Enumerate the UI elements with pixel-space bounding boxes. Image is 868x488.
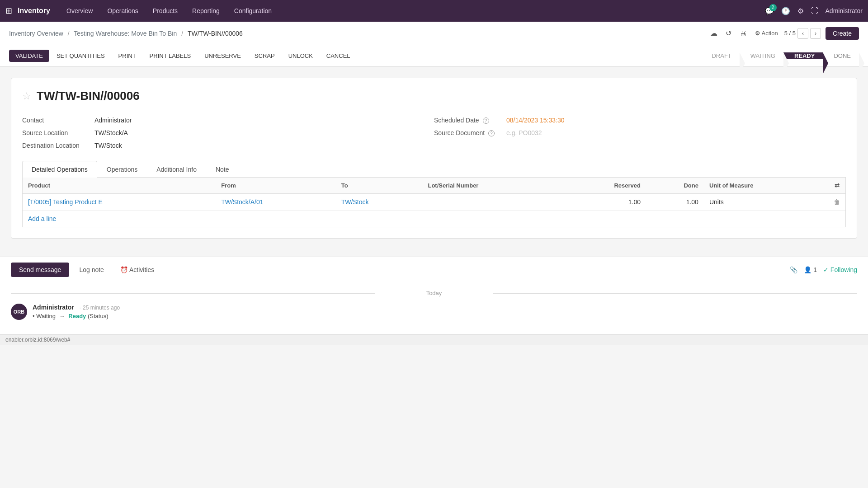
source-location-field: Source Location TW/Stock/A — [22, 127, 434, 139]
chatter-message: ORB Administrator - 25 minutes ago • Wai… — [11, 304, 857, 320]
breadcrumb-inventory[interactable]: Inventory Overview — [9, 30, 63, 37]
create-button[interactable]: Create — [826, 27, 859, 40]
scheduled-date-field: Scheduled Date ? 08/14/2023 15:33:30 — [434, 114, 846, 127]
status-draft: DRAFT — [703, 52, 739, 59]
send-message-button[interactable]: Send message — [11, 263, 69, 277]
print-labels-button[interactable]: PRINT LABELS — [143, 50, 198, 62]
messages-icon[interactable]: 💬 2 — [765, 7, 774, 15]
scrap-button[interactable]: SCRAP — [248, 50, 281, 62]
nav-reporting[interactable]: Reporting — [187, 7, 225, 14]
nav-products[interactable]: Products — [147, 7, 183, 14]
breadcrumb-sep-2: / — [181, 30, 183, 37]
status-bar: DRAFT WAITING READY DONE — [703, 45, 859, 67]
follower-info[interactable]: 👤 1 — [804, 266, 817, 273]
activities-button[interactable]: ⏰ Activities — [114, 263, 160, 277]
grid-icon[interactable]: ⊞ — [5, 6, 12, 16]
print-header-icon[interactable]: 🖨 — [738, 28, 749, 39]
to-link[interactable]: TW/Stock — [341, 198, 369, 206]
refresh-icon[interactable]: ↺ — [724, 27, 733, 39]
from-link[interactable]: TW/Stock/A/01 — [221, 198, 263, 206]
table-row: [T/0005] Testing Product E TW/Stock/A/01… — [23, 194, 845, 211]
set-quantities-button[interactable]: SET QUANTITIES — [50, 50, 111, 62]
tab-additional-info[interactable]: Additional Info — [147, 161, 206, 178]
add-line-button[interactable]: Add a line — [23, 211, 845, 227]
log-note-button[interactable]: Log note — [73, 263, 110, 277]
tab-detailed-operations[interactable]: Detailed Operations — [22, 161, 97, 178]
col-lot-serial: Lot/Serial Number — [422, 178, 561, 194]
status-field-label: (Status) — [88, 313, 108, 319]
destination-location-field: Destination Location TW/Stock — [22, 139, 434, 152]
toolbar: VALIDATE SET QUANTITIES PRINT PRINT LABE… — [0, 45, 868, 67]
admin-name[interactable]: Administrator — [826, 7, 863, 14]
breadcrumb-current: TW/TW-BIN//00006 — [188, 30, 243, 37]
col-settings-icon[interactable]: ⇄ — [828, 178, 845, 194]
today-divider: Today — [11, 290, 857, 296]
cell-to: TW/Stock — [336, 194, 423, 211]
chatter-bar: Send message Log note ⏰ Activities 📎 👤 1… — [0, 257, 868, 282]
clock-icon[interactable]: 🕐 — [781, 7, 790, 15]
attachment-icon[interactable]: 📎 — [790, 266, 797, 273]
cell-delete[interactable]: 🗑 — [828, 194, 845, 211]
product-link[interactable]: [T/0005] Testing Product E — [28, 198, 103, 206]
cancel-button[interactable]: CANCEL — [320, 50, 357, 62]
table-header-row: Product From To Lot/Serial Number Reserv… — [23, 178, 845, 194]
app-name[interactable]: Inventory — [18, 7, 50, 15]
action-icon[interactable]: ⚙ Action — [753, 28, 780, 38]
scheduled-date-value[interactable]: 08/14/2023 15:33:30 — [506, 117, 564, 124]
validate-button[interactable]: VALIDATE — [9, 50, 49, 62]
col-done: Done — [646, 178, 704, 194]
tabs: Detailed Operations Operations Additiona… — [22, 161, 846, 178]
col-unit: Unit of Measure — [704, 178, 828, 194]
scheduled-date-label: Scheduled Date ? — [434, 117, 506, 124]
activities-icon: ⏰ — [120, 266, 128, 273]
destination-location-label: Destination Location — [22, 142, 94, 149]
nav-arrows: 5 / 5 ‹ › — [784, 28, 821, 39]
record-name: TW/TW-BIN//00006 — [37, 89, 140, 103]
source-document-label: Source Document ? — [434, 129, 506, 136]
contact-value[interactable]: Administrator — [94, 117, 132, 124]
breadcrumb-warehouse[interactable]: Testing Warehouse: Move Bin To Bin — [74, 30, 177, 37]
prev-button[interactable]: ‹ — [797, 28, 808, 39]
cell-from: TW/Stock/A/01 — [216, 194, 336, 211]
next-button[interactable]: › — [810, 28, 821, 39]
tab-operations[interactable]: Operations — [97, 161, 147, 178]
top-navigation: ⊞ Inventory Overview Operations Products… — [0, 0, 868, 22]
unreserve-button[interactable]: UNRESERVE — [198, 50, 247, 62]
message-header: Administrator - 25 minutes ago — [33, 304, 857, 311]
main-content: ☆ TW/TW-BIN//00006 Contact Administrator… — [0, 67, 868, 257]
tab-note[interactable]: Note — [206, 161, 239, 178]
cell-reserved: 1.00 — [561, 194, 646, 211]
source-location-label: Source Location — [22, 129, 94, 136]
source-location-value[interactable]: TW/Stock/A — [94, 129, 128, 136]
footer-url: enabler.orbiz.id:8069/web# — [0, 334, 868, 345]
arrow-icon: → — [59, 313, 65, 319]
screen-icon[interactable]: ⛶ — [811, 7, 818, 15]
print-button[interactable]: PRINT — [112, 50, 142, 62]
nav-overview[interactable]: Overview — [61, 7, 98, 14]
message-content: Administrator - 25 minutes ago • Waiting… — [33, 304, 857, 320]
col-product: Product — [23, 178, 216, 194]
settings-icon[interactable]: ⚙ — [797, 7, 804, 15]
source-document-help[interactable]: ? — [488, 130, 495, 136]
destination-location-value[interactable]: TW/Stock — [94, 142, 122, 149]
favorite-icon[interactable]: ☆ — [22, 90, 31, 102]
header-actions: ☁ ↺ 🖨 ⚙ Action 5 / 5 ‹ › Create — [708, 27, 859, 40]
fields-grid: Contact Administrator Source Location TW… — [22, 114, 846, 152]
message-body: • Waiting → Ready (Status) — [33, 313, 857, 319]
following-button[interactable]: ✓ Following — [823, 266, 857, 273]
messages-badge: 2 — [769, 4, 777, 11]
cloud-icon[interactable]: ☁ — [708, 27, 719, 39]
col-from: From — [216, 178, 336, 194]
nav-configuration[interactable]: Configuration — [229, 7, 277, 14]
breadcrumb: Inventory Overview / Testing Warehouse: … — [9, 30, 708, 37]
contact-label: Contact — [22, 117, 94, 124]
cell-done[interactable]: 1.00 — [646, 194, 704, 211]
left-fields: Contact Administrator Source Location TW… — [22, 114, 434, 152]
status-ready: READY — [783, 52, 823, 59]
scheduled-date-help[interactable]: ? — [483, 117, 489, 124]
unlock-button[interactable]: UNLOCK — [282, 50, 319, 62]
source-document-value[interactable]: e.g. PO0032 — [506, 129, 542, 136]
nav-operations[interactable]: Operations — [102, 7, 143, 14]
delete-row-icon[interactable]: 🗑 — [834, 198, 840, 206]
source-document-field: Source Document ? e.g. PO0032 — [434, 127, 846, 139]
